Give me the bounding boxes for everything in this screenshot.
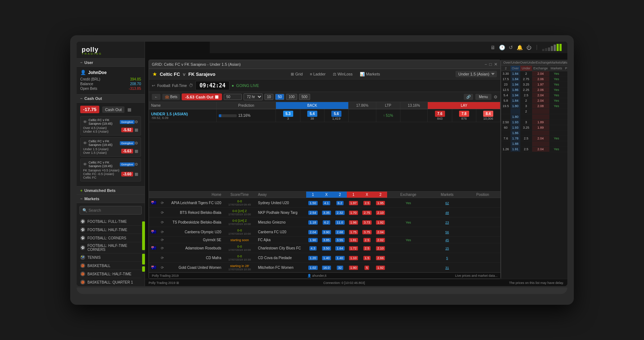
markets-count-7[interactable]: 31 — [429, 263, 465, 272]
maximize-btn[interactable]: □ — [489, 62, 492, 67]
ladder-over-1[interactable]: 1.84 — [511, 77, 521, 82]
ladder-under-9[interactable]: 1.89 — [532, 120, 549, 125]
cash-out-total-button[interactable]: Cash Out — [102, 106, 124, 113]
ladder-markets-14[interactable]: 62 — [564, 147, 567, 152]
ladder-under-0[interactable]: 2.04 — [532, 71, 549, 77]
ladder-over-3[interactable]: 1.86 — [511, 87, 521, 93]
b1-0[interactable]: 1.50 — [306, 198, 320, 208]
ladder-markets-4[interactable]: 112 — [564, 93, 567, 98]
ladder-over-7[interactable] — [511, 109, 521, 114]
markets-count-4[interactable]: 45 — [429, 237, 465, 243]
power-icon[interactable]: ⏻ — [526, 45, 531, 50]
tab-ladder[interactable]: ≡ Ladder — [308, 71, 328, 77]
l2-6[interactable]: 2.66 — [374, 253, 387, 263]
market-selector[interactable]: Under 1.5 (Asian) — [455, 71, 497, 77]
b1-6[interactable]: 1.20 — [306, 253, 320, 263]
user-collapse-btn[interactable]: − — [80, 60, 82, 65]
back-val-1[interactable]: 5.3 — [283, 111, 293, 117]
ladder-over-9[interactable]: 1.93 — [511, 120, 521, 125]
b1-3[interactable]: 2.04 — [306, 227, 320, 237]
ladder-markets-8[interactable]: 2 — [564, 114, 567, 120]
ladder-over-6[interactable]: 1.80 — [511, 104, 521, 109]
refresh-cell-5[interactable]: ⟳ — [159, 243, 166, 253]
time-select[interactable]: 72 hr — [244, 93, 263, 100]
b1-4[interactable]: 1.90 — [306, 237, 320, 243]
cash-out-collapse-btn[interactable]: − — [80, 96, 82, 101]
l1-5[interactable]: 1.72 — [347, 243, 360, 253]
bx-3[interactable]: 3.90 — [320, 227, 334, 237]
market-item-football-ht-corners[interactable]: ⚽ FOOTBALL: HALF-TIME CORNERS — [80, 242, 142, 253]
l1-3[interactable]: 1.75 — [347, 227, 360, 237]
lay-cell-2[interactable]: 7.8 876 — [452, 109, 476, 122]
ladder-markets-3[interactable]: 79 — [564, 87, 567, 93]
l1-1[interactable]: 1.70 — [347, 208, 360, 217]
back-cell-3[interactable]: 5.6 1,419 — [324, 109, 348, 122]
tab-grid[interactable]: ⊞ Grid — [289, 71, 305, 77]
ladder-markets-2[interactable]: 110 — [564, 82, 567, 87]
lay-val-2[interactable]: 7.8 — [459, 111, 469, 117]
ladder-markets-9[interactable]: 41 — [564, 120, 567, 125]
close-btn[interactable]: ✕ — [494, 62, 498, 67]
toolbar-stake-input[interactable] — [224, 94, 242, 100]
refresh-cell-1[interactable]: ⟳ — [159, 208, 166, 217]
market-item-football-corners[interactable]: ⚽ FOOTBALL: CORNERS — [80, 234, 142, 242]
btn-100[interactable]: 100 — [286, 94, 297, 100]
btn-500[interactable]: 500 — [299, 94, 310, 100]
eye-icon-3[interactable]: 👁 — [83, 162, 87, 166]
b2-7[interactable]: 32 — [333, 263, 347, 272]
ladder-under-7[interactable] — [532, 109, 549, 114]
lx-1[interactable]: 2.75 — [360, 208, 374, 217]
market-item-football-fulltime[interactable]: ⚽ FOOTBALL: FULL-TIME — [80, 217, 142, 226]
lay-cell-1[interactable]: 7.6 843 — [428, 109, 452, 122]
ladder-under-1[interactable]: 2.06 — [532, 77, 549, 82]
eye-icon-2[interactable]: 👁 — [83, 141, 87, 145]
ladder-markets-7[interactable] — [564, 109, 567, 114]
back-val-3[interactable]: 5.6 — [331, 111, 341, 117]
search-input[interactable] — [80, 206, 142, 215]
markets-collapse-btn[interactable]: − — [80, 197, 82, 201]
bx-4[interactable]: 3.85 — [320, 237, 334, 243]
bx-2[interactable]: 6.2 — [320, 217, 334, 227]
b1-1[interactable]: 2.54 — [306, 208, 320, 217]
refresh-cell-7[interactable]: ⟳ — [159, 263, 166, 272]
toolbar-arrow-btn[interactable]: ← — [152, 94, 160, 100]
b2-1[interactable]: 2.32 — [333, 208, 347, 217]
ladder-over-11[interactable]: 1.86 — [511, 130, 521, 136]
market-item-basketball-ht[interactable]: 🏀 BASKETBALL: HALF-TIME — [80, 270, 142, 278]
refresh-icon[interactable]: ↺ — [509, 45, 513, 50]
back-cell-2[interactable]: 5.4 38 — [300, 109, 324, 122]
market-item-tennis[interactable]: 🎾 TENNIS — [80, 253, 142, 262]
lx-6[interactable]: 1.5 — [360, 253, 374, 263]
ladder-under-2[interactable]: 1.97 — [532, 82, 549, 87]
bx-7[interactable]: 16.0 — [320, 263, 334, 272]
lay-cell-3[interactable]: 8.4 10,006 — [476, 109, 500, 122]
lay-val-3[interactable]: 8.4 — [483, 111, 493, 117]
markets-count-5[interactable]: 15 — [429, 243, 465, 253]
star-icon[interactable]: ★ — [153, 72, 157, 77]
ladder-markets-1[interactable]: 107 — [564, 77, 567, 82]
user-section-header[interactable]: − User — [77, 58, 145, 67]
b1-2[interactable]: 1.18 — [306, 217, 320, 227]
b2-0[interactable]: 6.2 — [333, 198, 347, 208]
markets-count-1[interactable]: 48 — [429, 208, 465, 217]
ladder-over-4[interactable]: 1.94 — [511, 93, 521, 98]
lx-3[interactable]: 3.75 — [360, 227, 374, 237]
cash-out-toolbar-btn[interactable]: -5.63 Cash Out ▦ — [182, 93, 222, 100]
back-cell-1[interactable]: 5.3 3 — [276, 109, 300, 122]
bx-5[interactable]: 3.50 — [320, 243, 334, 253]
l1-0[interactable]: 1.97 — [347, 198, 360, 208]
ladder-markets-5[interactable]: 86 — [564, 98, 567, 104]
btn-10[interactable]: 10 — [264, 94, 273, 100]
ladder-under-11[interactable] — [532, 130, 549, 136]
ladder-over-13[interactable]: 1.88 — [511, 141, 521, 147]
l2-4[interactable]: 2.02 — [374, 237, 387, 243]
cash-out-section-header[interactable]: − Cash Out — [77, 94, 145, 103]
eye-icon-1[interactable]: 👁 — [83, 120, 87, 124]
bell-icon[interactable]: 🔔 — [517, 45, 523, 50]
b2-3[interactable]: 2.68 — [333, 227, 347, 237]
refresh-cell-6[interactable]: ⟳ — [159, 253, 166, 263]
l2-5[interactable]: 2.10 — [374, 243, 387, 253]
ladder-over-14[interactable]: 1.91 — [511, 147, 521, 152]
l2-3[interactable]: 2.04 — [374, 227, 387, 237]
toolbar-gear-icon[interactable]: ⚙ — [494, 95, 498, 100]
